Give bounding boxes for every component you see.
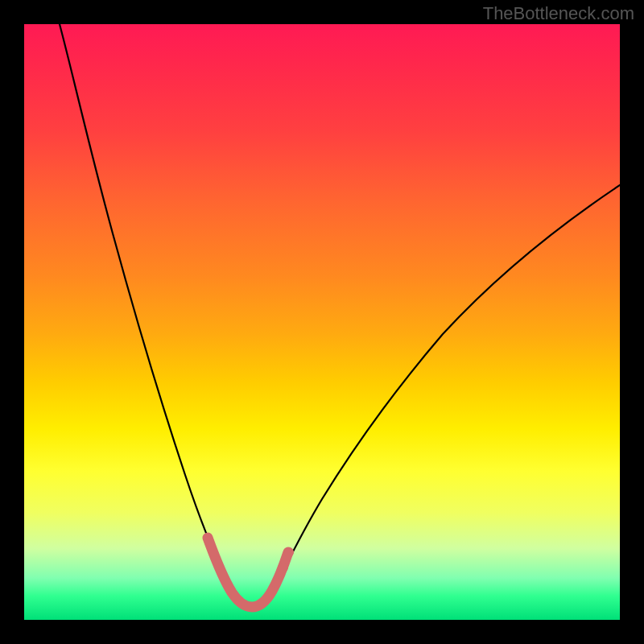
main-curve (60, 24, 620, 607)
curve-svg (24, 24, 620, 620)
highlight-dot (284, 547, 294, 557)
watermark: TheBottleneck.com (483, 3, 634, 24)
plot-area (24, 24, 620, 620)
highlight-dot (271, 578, 281, 588)
highlight-segment (208, 538, 288, 607)
highlight-dot (279, 563, 288, 572)
